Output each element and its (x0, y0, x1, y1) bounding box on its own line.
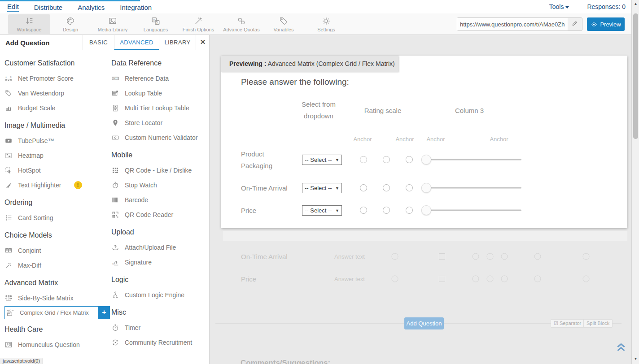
preview-button[interactable]: Preview (587, 17, 625, 31)
question-type-signature[interactable]: Signature (111, 255, 208, 269)
close-icon[interactable]: ✕ (196, 35, 210, 50)
eye-icon (591, 21, 597, 28)
add-question-type-button[interactable]: + (98, 306, 110, 319)
homunculus-icon (4, 341, 13, 349)
scrollbar-up-arrow[interactable]: ▲ (632, 2, 639, 6)
chevron-down-icon: ▼ (335, 208, 339, 213)
question-type-tubepulse[interactable]: TubePulse™ (4, 133, 108, 148)
dropdown-select[interactable]: -- Select --▼ (302, 205, 342, 216)
conjoint-icon (4, 247, 13, 255)
background-radio (392, 276, 398, 282)
survey-url-input[interactable] (457, 18, 568, 30)
rating-radio[interactable] (360, 184, 367, 191)
slider-track[interactable] (422, 187, 521, 189)
question-type-text-highlighter[interactable]: Text Highlighter! (4, 178, 108, 192)
question-type-conjoint[interactable]: Conjoint (4, 243, 108, 258)
rating-radio[interactable] (360, 207, 367, 214)
item-label: Signature (125, 259, 152, 266)
toolbar-item-finish-options[interactable]: Finish Options (177, 14, 219, 34)
nav-item-analytics[interactable]: Analytics (78, 3, 105, 11)
question-type-lookup-table[interactable]: Lookup Table (111, 86, 208, 100)
scroll-to-top-button[interactable] (615, 341, 627, 353)
logic-icon (111, 291, 119, 299)
tab-basic[interactable]: BASIC (83, 35, 114, 50)
signature-icon (111, 258, 119, 266)
nav-item-edit[interactable]: Edit (7, 2, 19, 12)
rating-radio[interactable] (383, 156, 390, 163)
responses-count[interactable]: Responses: 0 (587, 3, 626, 10)
rating-radio[interactable] (383, 207, 390, 214)
dropdown-select[interactable]: -- Select --▼ (302, 183, 342, 193)
question-type-custom-logic-engine[interactable]: Custom Logic Engine (111, 287, 208, 302)
question-type-net-promoter-score[interactable]: Net Promoter Score (4, 71, 108, 86)
scrollbar-down-arrow[interactable]: ▼ (632, 357, 639, 361)
vertical-scrollbar[interactable]: ▲ ▼ (631, 0, 639, 364)
tab-advanced[interactable]: ADVANCED (114, 35, 159, 50)
question-type-complex-grid-flex-matrix[interactable]: Complex Grid / Flex Matrix+ (4, 306, 99, 319)
item-label: Lookup Table (125, 90, 162, 97)
rating-radio[interactable] (406, 207, 413, 214)
previewing-header: Previewing : Advanced Matrix (Complex Gr… (221, 56, 398, 72)
question-type-timer[interactable]: Timer (111, 320, 208, 335)
question-type-attach-upload-file[interactable]: Attach/Upload File (111, 240, 208, 255)
question-type-reference-data[interactable]: Reference Data (111, 71, 208, 86)
toolbar-item-design[interactable]: Design (49, 14, 92, 34)
question-type-custom-numeric-validator[interactable]: Custom Numeric Validator (111, 130, 208, 145)
add-question-button[interactable]: Add Question (404, 317, 444, 329)
question-type-qr-code-like-dislike[interactable]: QR Code - Like / Dislike (111, 163, 208, 178)
question-type-store-locator[interactable]: Store Locator (111, 115, 208, 130)
slider-handle[interactable] (421, 205, 431, 215)
column-header-rating-scale: Rating scale (360, 105, 405, 117)
nav-item-distribute[interactable]: Distribute (34, 3, 62, 11)
question-type-homunculus[interactable]: Homunculus Question (4, 337, 108, 352)
chevron-down-icon (565, 6, 569, 9)
sbs-matrix-icon (4, 294, 13, 302)
question-type-heatmap[interactable]: Heatmap (4, 148, 108, 163)
rating-radio[interactable] (406, 184, 413, 191)
separator-toggle-button[interactable]: ☑ Separator (551, 319, 584, 328)
tab-library[interactable]: LIBRARY (159, 35, 196, 50)
slider-track[interactable] (422, 159, 521, 160)
preview-card: Previewing : Advanced Matrix (Complex Gr… (221, 56, 627, 228)
dropdown-select[interactable]: -- Select --▼ (302, 155, 342, 165)
slider-handle[interactable] (421, 183, 431, 193)
rating-radio[interactable] (383, 184, 390, 191)
question-type-side-by-side-matrix[interactable]: Side-By-Side Matrix (4, 290, 108, 305)
question-type-van-westendorp[interactable]: Van Westendorp (4, 86, 108, 100)
question-type-stop-watch[interactable]: Stop Watch (111, 178, 208, 192)
upload-icon (111, 243, 119, 251)
section-title: Choice Models (4, 231, 108, 240)
toolbar-label: Advance Quotas (223, 27, 259, 32)
slider-handle[interactable] (421, 155, 431, 165)
question-type-qr-code-reader[interactable]: QR Code Reader (111, 207, 208, 222)
split-block-button[interactable]: Split Block (583, 319, 613, 328)
background-checkbox (439, 253, 445, 260)
toolbar-item-settings[interactable]: Settings (305, 14, 347, 34)
rating-radio[interactable] (406, 156, 413, 163)
toolbar-item-advance-quotas[interactable]: Advance Quotas (220, 14, 263, 34)
question-type-budget-scale[interactable]: Budget Scale (4, 100, 108, 115)
toolbar-item-languages[interactable]: Languages (135, 14, 177, 34)
toolbar-label: Design (63, 27, 78, 32)
question-type-multi-tier-lookup-table[interactable]: Multi Tier Lookup Table (111, 100, 208, 115)
toolbar-item-variables[interactable]: Variables (263, 14, 305, 34)
toolbar-item-media-library[interactable]: Media Library (92, 14, 134, 34)
question-type-max-diff[interactable]: Max-Diff (4, 258, 108, 273)
slider-track[interactable] (422, 210, 521, 211)
edit-url-button[interactable] (568, 20, 582, 28)
section-title: Mobile (111, 151, 208, 160)
toolbar-item-workspace[interactable]: Workspace (8, 14, 50, 34)
rating-radio[interactable] (360, 156, 367, 163)
item-label: HotSpot (18, 167, 41, 174)
background-row-label: Price (241, 275, 256, 283)
question-type-community-recruitment[interactable]: Community Recruitment (111, 335, 208, 350)
scrollbar-thumb[interactable] (633, 13, 638, 139)
tag-icon (279, 16, 289, 26)
question-type-hotspot[interactable]: HotSpot (4, 163, 108, 178)
lookup-table-icon (111, 89, 119, 97)
question-type-barcode[interactable]: Barcode (111, 192, 208, 207)
question-type-card-sorting[interactable]: Card Sorting (4, 210, 108, 225)
tools-dropdown[interactable]: Tools (549, 3, 569, 10)
nav-item-integration[interactable]: Integration (120, 3, 152, 11)
anchor-label: Anchor (395, 136, 414, 143)
